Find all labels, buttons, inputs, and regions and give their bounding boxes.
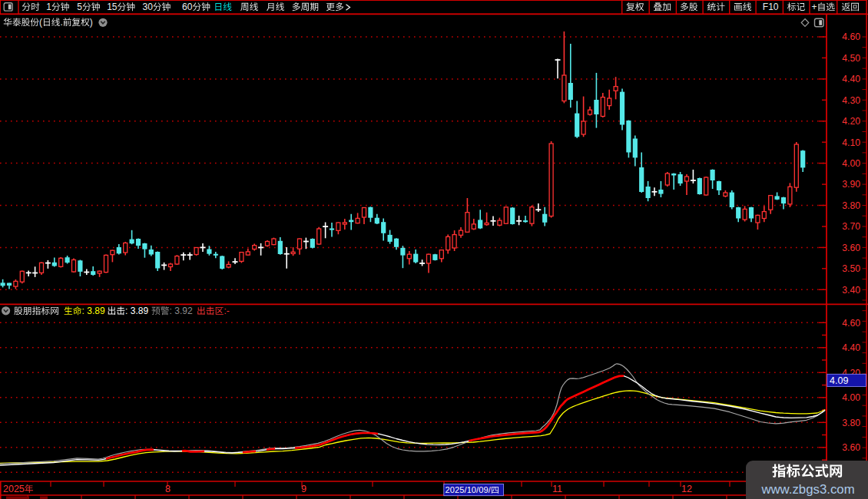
svg-text:3.90: 3.90: [842, 179, 860, 190]
svg-text:12: 12: [681, 484, 692, 494]
svg-text:4.60: 4.60: [842, 318, 860, 329]
svg-text:: 3.89: : 3.89: [125, 306, 148, 316]
svg-text:+: +: [812, 2, 817, 12]
svg-text:30: 30: [143, 2, 154, 12]
svg-text:1: 1: [46, 2, 51, 12]
svg-text:8: 8: [165, 484, 171, 494]
svg-text:: 3.89: : 3.89: [82, 306, 105, 316]
svg-text:5: 5: [77, 2, 82, 12]
svg-text:): ): [90, 17, 93, 28]
svg-text:4.10: 4.10: [842, 137, 860, 148]
svg-text:4.09: 4.09: [830, 375, 848, 386]
svg-text:4.40: 4.40: [842, 342, 860, 353]
svg-text:4.20: 4.20: [842, 116, 860, 127]
svg-text:4.60: 4.60: [842, 31, 860, 42]
svg-text:.: .: [60, 17, 62, 28]
svg-text:4.30: 4.30: [842, 95, 860, 106]
svg-text:4.40: 4.40: [842, 74, 860, 84]
svg-text:3.40: 3.40: [842, 285, 860, 296]
svg-text:2025/10/09/: 2025/10/09/: [446, 485, 492, 494]
svg-text:www.zbgs3.com: www.zbgs3.com: [760, 482, 854, 497]
svg-text:15: 15: [107, 2, 118, 12]
svg-text:60: 60: [182, 2, 193, 12]
svg-text:: 3.92: : 3.92: [170, 306, 193, 316]
svg-text:3.80: 3.80: [842, 418, 860, 428]
svg-text:F10: F10: [763, 2, 779, 12]
svg-text::-: :-: [224, 306, 229, 316]
svg-text:11: 11: [552, 484, 562, 494]
svg-text:4.00: 4.00: [842, 392, 860, 403]
svg-text:(: (: [39, 17, 42, 28]
svg-text:9: 9: [301, 484, 306, 494]
svg-text:2025: 2025: [3, 484, 25, 494]
svg-text:3.80: 3.80: [842, 200, 860, 211]
svg-text:3.70: 3.70: [842, 221, 860, 232]
svg-text:3.60: 3.60: [842, 243, 860, 253]
svg-text:3.60: 3.60: [842, 442, 860, 453]
svg-text:4.00: 4.00: [842, 158, 860, 169]
svg-text:3.50: 3.50: [842, 263, 860, 274]
svg-text:4.50: 4.50: [842, 53, 860, 64]
